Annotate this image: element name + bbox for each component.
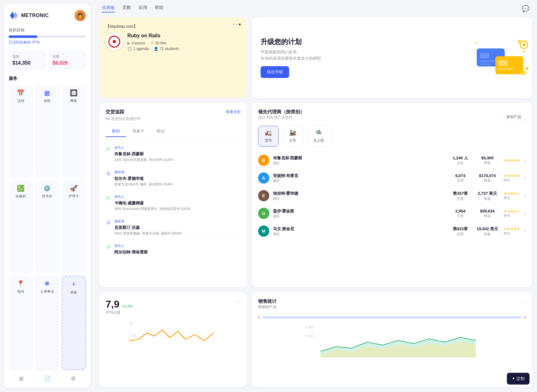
range-fill [262,317,521,318]
range-track [262,317,521,318]
leader-arrow-2[interactable]: › [524,175,526,180]
leader-arrow-3[interactable]: › [524,193,526,198]
course-info: Ruby on Rails ▶ 3 lesson ⏱ 50 Min [127,33,179,51]
tab-shipping[interactable]: 船运 [151,126,171,137]
sales-more-icon[interactable]: ··· [521,299,526,305]
budget-label: 预算 [12,54,42,59]
activity-label: 活动 [17,98,24,103]
shipment-item-2: ◎ 接收者 拉尔夫·爱德华兹 星家大道2464号 梅萨, 新泽西州 45463 [106,166,241,191]
leader-trans-4: 2,954 [449,209,471,213]
stars-5: ★★★★★ [503,227,521,231]
nav-dashboard[interactable]: 仪表板 [102,5,115,12]
layers-icon[interactable]: ⊞ [19,375,24,382]
clock-icon: ⏱ [150,41,154,45]
leader-row-4: G 盖伊·霍金斯 南区 2,954 交货 $59,634 收益 ★★★★☆ [258,205,526,222]
leader-info-4: 盖伊·霍金斯 南区 [273,208,446,219]
addr-2: 星家大道2464号 梅萨, 新泽西州 45463 [114,182,173,187]
range-slider-row: Ⅱ Ⅱ [258,315,526,320]
course-body: Ruby on Rails ▶ 3 lesson ⏱ 50 Min [106,33,241,51]
upgrade-button[interactable]: 现在升级 [261,66,289,78]
leader-earn-val-1: $5,400 [475,156,500,160]
leader-arrow-4[interactable]: › [524,211,526,216]
upgrade-card: 升级您的计划 平面插图和我们多色 生动的未混合紫色头发女士的精彩 现在升级 [252,17,532,98]
name-1: 布鲁克林·西蒙斯 [114,151,173,157]
nav-pages[interactable]: 页数 [122,5,131,12]
course-title: Ruby on Rails [127,33,179,39]
avg-chart-svg: 10 7.75 [106,319,241,350]
leader-earn-2: $174,074 收益 [475,173,500,183]
leader-rating-2: ★★★★★ 评分 [503,174,521,183]
tech-icon: ⚙️ [43,185,51,192]
shipment-item-4: ◎ 接收者 克里斯汀·沃森 8502 普雷斯顿路, 英格尔伍德, 缅因州 983… [106,215,241,240]
chart-change: +2.2% [122,304,132,308]
leader-stat-1: 1,240 人 交货 [449,155,471,166]
service-insurance[interactable]: ▦ 保险 [35,85,59,178]
chart-row: 7,9 +2.2% 平均位置 ··· 10 7.75 [99,292,532,387]
leader-earn-val-4: $59,634 [475,209,500,213]
service-health[interactable]: 🚀 护理卡 [62,180,86,273]
cat-tab-drone[interactable]: 🛸 无人机 [307,126,331,147]
leader-trans-label-3: 交货 [449,196,471,201]
leaders-header: 领先代理商（按类别） 总计 424,567 次交付 添加产品 [258,109,526,125]
chart-num-row: 7,9 +2.2% [106,299,133,310]
public-label: 公用事业 [40,289,54,294]
nav-help[interactable]: 帮助 [155,5,163,12]
file-icon[interactable]: 📄 [44,375,51,382]
service-public[interactable]: ❋ 公用事业 [35,276,59,370]
tab-new[interactable]: 新的 [106,126,126,137]
view-all-link[interactable]: 查看全部 [226,109,241,115]
budget-card: 预算 $14,350 [9,51,46,70]
main-area: 仪表板 页数 应用 帮助 💬 【biqubiqu.com】 [94,0,537,392]
network-label: 网络 [70,98,77,103]
receiver-dot-2: ◎ [106,220,111,225]
settings-icon[interactable]: ⚙ [71,375,76,382]
service-finance[interactable]: 💹 金融的 [9,180,33,273]
upgrade-text: 升级您的计划 平面插图和我们多色 生动的未混合紫色头发女士的精彩 现在升级 [261,37,321,78]
leader-earn-label-3: 收益 [475,196,500,201]
cat-tab-train[interactable]: 🚂 火车 [282,126,303,147]
add-product-button[interactable]: 添加产品 [502,112,526,122]
svg-rect-3 [480,53,489,58]
leader-avatar-2: A [258,172,269,184]
upgrade-desc: 平面插图和我们多色 生动的未混合紫色头发女士的精彩 [261,49,321,61]
tracking-card: 交货追踪 查看全部 56 次交付正在进行中 新的 准备中 船运 ✓ 发件人 布鲁… [99,103,247,287]
sender-dot-1: ✓ [106,146,111,152]
range-end-icon: Ⅱ [524,315,526,320]
insurance-label: 保险 [44,98,51,103]
cat-tab-truck[interactable]: 🚛 货车 [258,126,279,147]
leader-arrow-1[interactable]: › [524,158,526,163]
nav-apps[interactable]: 应用 [139,5,147,12]
bottom-grid: 交货追踪 查看全部 56 次交付正在进行中 新的 准备中 船运 ✓ 发件人 布鲁… [99,103,532,287]
brand-name: METRONIC [21,13,49,18]
svg-rect-7 [498,60,508,66]
shipment-item-3: ✓ 发件人 卡梅伦·威廉姆森 3891 Ranchview 理查森博士, 加利福… [106,191,241,215]
goal-progress-bar [9,35,86,38]
service-network[interactable]: 🔲 网络 [62,85,86,178]
leaders-title: 领先代理商（按类别） [258,109,305,115]
leader-trans-5: 第822章 [449,226,471,232]
goal-label: 你的目标 [9,27,86,33]
leader-earn-4: $59,634 收益 [475,209,500,218]
user-avatar[interactable]: 👩 [75,10,86,21]
customize-button[interactable]: ✦ 定制 [507,373,530,385]
play-icon: ▶ [127,41,130,45]
spend-card: 花费 $8,029 [49,51,86,70]
leader-region-2: 南区 [273,179,446,183]
service-vip[interactable]: 📍 殷待 [9,276,33,370]
service-activity[interactable]: 📅 活动 [9,85,33,178]
notification-icon[interactable]: 💬 [522,5,530,12]
finance-label: 金融的 [16,194,26,198]
range-start-icon: Ⅱ [258,315,260,320]
upgrade-illustration-svg: ✦ ⊕ [474,39,530,80]
service-add-new[interactable]: + 添新 [62,276,86,370]
dot-2 [236,24,238,25]
spend-label: 花费 [52,54,82,59]
service-tech[interactable]: ⚙️ 技术的 [35,180,59,273]
leader-region-5: 南区 [273,232,446,236]
svg-point-10 [522,43,526,46]
leader-arrow-5[interactable]: › [524,229,526,234]
chart-more-icon[interactable]: ··· [236,299,241,305]
drone-label: 无人机 [313,138,324,143]
tracking-subtitle: 56 次交付正在进行中 [106,116,241,121]
tab-preparing[interactable]: 准备中 [126,126,151,137]
